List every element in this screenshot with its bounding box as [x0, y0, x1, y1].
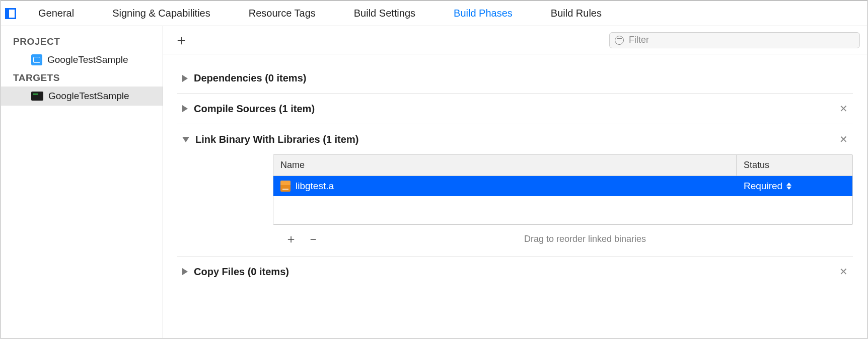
- project-sidebar: PROJECT GoogleTestSample TARGETS GoogleT…: [1, 26, 163, 338]
- build-phases-list: Dependencies (0 items) Compile Sources (…: [163, 54, 867, 338]
- phase-link-binary-title: Link Binary With Libraries (1 item): [195, 134, 358, 145]
- target-icon: [31, 92, 43, 101]
- phase-copy-files: Copy Files (0 items) ✕: [177, 257, 853, 287]
- add-phase-button[interactable]: ＋: [174, 33, 188, 47]
- linked-libraries-table: Name Status libgtest.a Required: [273, 154, 853, 225]
- tab-build-settings[interactable]: Build Settings: [335, 1, 435, 26]
- linked-libraries-empty-row: [273, 196, 852, 224]
- phase-copy-files-header[interactable]: Copy Files (0 items) ✕: [177, 266, 853, 278]
- phase-compile-sources-title: Compile Sources (1 item): [194, 103, 315, 115]
- sidebar-project-item[interactable]: GoogleTestSample: [1, 50, 163, 69]
- remove-phase-button[interactable]: ✕: [839, 133, 848, 145]
- sidebar-target-name: GoogleTestSample: [48, 91, 129, 102]
- filter-input[interactable]: [628, 34, 854, 46]
- disclosure-triangle-icon[interactable]: [182, 105, 188, 112]
- tab-build-phases[interactable]: Build Phases: [435, 1, 532, 26]
- tab-general[interactable]: General: [19, 1, 93, 26]
- sidebar-section-project: PROJECT: [1, 33, 163, 50]
- phase-compile-sources-header[interactable]: Compile Sources (1 item) ✕: [177, 103, 853, 115]
- project-blueprint-icon: [5, 8, 16, 19]
- phase-compile-sources: Compile Sources (1 item) ✕: [177, 94, 853, 124]
- disclosure-triangle-icon[interactable]: [182, 137, 189, 142]
- disclosure-triangle-icon[interactable]: [182, 75, 188, 82]
- phase-dependencies-header[interactable]: Dependencies (0 items): [177, 72, 853, 84]
- editor-tabbar: General Signing & Capabilities Resource …: [1, 1, 867, 26]
- column-header-name[interactable]: Name: [273, 155, 737, 176]
- linked-libraries-header-row: Name Status: [273, 155, 852, 176]
- phase-link-binary-header[interactable]: Link Binary With Libraries (1 item) ✕: [177, 133, 853, 145]
- add-library-button[interactable]: ＋: [280, 233, 302, 245]
- phase-copy-files-title: Copy Files (0 items): [194, 266, 289, 278]
- tab-build-rules[interactable]: Build Rules: [532, 1, 621, 26]
- phase-link-binary-body: Name Status libgtest.a Required: [177, 145, 853, 247]
- linked-library-status: Required: [744, 181, 782, 192]
- tab-signing-capabilities[interactable]: Signing & Capabilities: [93, 1, 230, 26]
- column-header-status[interactable]: Status: [737, 155, 852, 176]
- phase-link-binary: Link Binary With Libraries (1 item) ✕ Na…: [177, 124, 853, 257]
- popup-indicator-icon: [786, 183, 791, 190]
- linked-library-status-cell[interactable]: Required: [737, 181, 852, 192]
- remove-phase-button[interactable]: ✕: [839, 103, 848, 115]
- archive-file-icon: [280, 181, 291, 192]
- reorder-hint: Drag to reorder linked binaries: [324, 234, 846, 244]
- linked-library-row[interactable]: libgtest.a Required: [273, 176, 852, 196]
- sidebar-project-name: GoogleTestSample: [47, 54, 128, 65]
- filter-icon: [615, 36, 624, 45]
- phase-dependencies-title: Dependencies (0 items): [194, 72, 306, 84]
- disclosure-triangle-icon[interactable]: [182, 268, 188, 275]
- phases-toolbar: ＋: [163, 26, 867, 54]
- tab-resource-tags[interactable]: Resource Tags: [230, 1, 335, 26]
- project-icon: [31, 54, 42, 65]
- remove-library-button[interactable]: －: [302, 233, 324, 245]
- linked-libraries-footer: ＋ － Drag to reorder linked binaries: [273, 225, 853, 247]
- phase-dependencies: Dependencies (0 items): [177, 63, 853, 94]
- linked-library-name: libgtest.a: [296, 181, 334, 192]
- sidebar-target-item[interactable]: GoogleTestSample: [1, 87, 163, 106]
- sidebar-section-targets: TARGETS: [1, 69, 163, 87]
- main-pane: ＋ Dependencies (0 items) Compile Sources…: [163, 26, 867, 338]
- remove-phase-button[interactable]: ✕: [839, 266, 848, 278]
- filter-field-wrap[interactable]: [609, 32, 860, 48]
